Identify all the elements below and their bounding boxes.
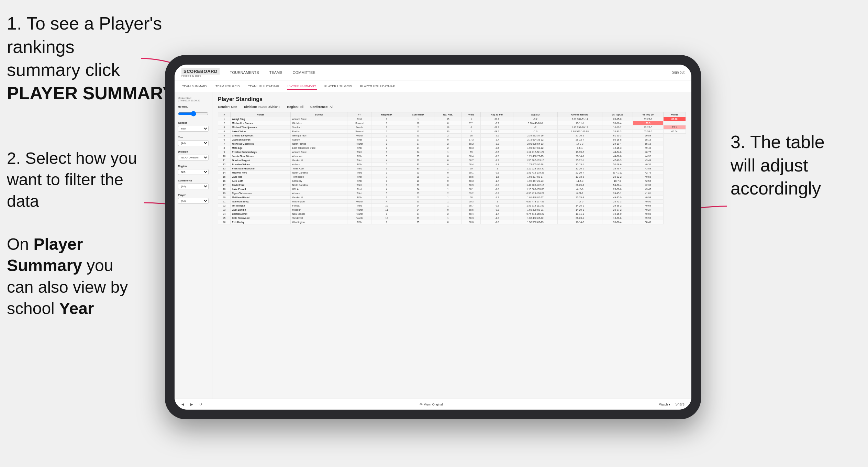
table-row: 3Michael ThorbjornsenStanfordFourth22180…: [218, 125, 686, 130]
instruction-step1: 1. To see a Player's rankings summary cl…: [7, 12, 186, 105]
table-row: 20Matthew RiedelVanderbiltFifth651168-1.…: [218, 196, 686, 200]
filter-gender: Gender: Men: [218, 105, 237, 109]
col-yr: Yr: [347, 112, 371, 117]
table-row: 24Bastien AmatNew MexicoFourth127268.4-1…: [218, 212, 686, 216]
sub-nav-team-summary[interactable]: TEAM SUMMARY: [181, 83, 208, 89]
instruction-text-2: summary click: [7, 60, 120, 80]
standings-table: # Player School Yr Reg Rank Conf Rank No…: [218, 112, 686, 224]
logo-sub: Powered by dipp'd: [181, 75, 220, 77]
col-points: Points: [663, 112, 686, 117]
table-area: Player Standings Gender: Men Division: N…: [212, 92, 691, 399]
table-row: 17David FordNorth CarolinaThird369068.9-…: [218, 183, 686, 187]
table-row: 21Taehoon SongWashingtonFourth423169.3-1…: [218, 200, 686, 204]
tablet-device: SCOREBOARD Powered by dipp'd TOURNAMENTS…: [165, 55, 701, 419]
col-overall: Overall Record: [558, 112, 602, 117]
watch-label: Watch: [659, 403, 668, 406]
table-row: 7Nicholas GabrelcikNorth FloridaFourth12…: [218, 142, 686, 146]
year-select[interactable]: (All): [178, 140, 209, 146]
table-header-row: # Player School Yr Reg Rank Conf Rank No…: [218, 112, 686, 117]
main-nav: TOURNAMENTS TEAMS COMMITTEE: [230, 69, 672, 76]
table-row: 26Petr HrubyWashingtonFifth725068.6-1.81…: [218, 220, 686, 224]
no-rds-filter: No Rds.: [178, 105, 209, 117]
col-no-rds: No. Rds.: [434, 112, 462, 117]
table-row: 25Cole SherwoodVanderbiltFourth1223168.3…: [218, 216, 686, 220]
year-filter: Year (All): [178, 136, 209, 146]
table-row: 23Jack LundinMissouriFourth1124068.6-0.3…: [218, 208, 686, 212]
instruction-text-1: 1. To see a Player's rankings: [7, 13, 162, 57]
conference-filter: Conference (All): [178, 179, 209, 189]
sub-nav-player-h2h-heatmap[interactable]: PLAYER H2H HEATMAP: [359, 83, 396, 89]
view-label: View: Original: [424, 403, 443, 406]
table-title: Player Standings: [218, 96, 686, 102]
table-row: 14Maxwell FordNorth CarolinaThird323069.…: [218, 171, 686, 175]
toolbar-share[interactable]: Share: [674, 402, 686, 407]
main-content: Update time: 27/03/2024 16:56:26 No Rds.…: [175, 92, 691, 399]
app-navigation: SCOREBOARD Powered by dipp'd TOURNAMENTS…: [175, 65, 691, 80]
app-logo: SCOREBOARD Powered by dipp'd: [181, 68, 220, 77]
sub-nav-team-h2h-heatmap[interactable]: TEAM H2H HEATMAP: [247, 83, 280, 89]
col-reg-rank: Reg Rank: [371, 112, 402, 117]
table-row: 15Jake HallTennesseeFifth728168.5-1.51.6…: [218, 175, 686, 179]
conference-select[interactable]: (All): [178, 184, 209, 189]
toolbar-forward[interactable]: ▶: [189, 402, 194, 407]
instruction-text-3: 2. Select how you want to filter the dat…: [7, 149, 137, 210]
table-row: 19Tiger ChristensenArizonaThird523269.2-…: [218, 191, 686, 196]
toolbar-watch[interactable]: Watch ▾: [659, 403, 670, 406]
watch-chevron: ▾: [669, 403, 670, 406]
filter-region: Region: All: [287, 105, 304, 109]
nav-tournaments[interactable]: TOURNAMENTS: [230, 69, 259, 76]
col-adj: Adj. to Par: [481, 112, 513, 117]
toolbar-view: 👁 View: Original: [420, 403, 443, 406]
view-icon: 👁: [420, 403, 423, 406]
col-player: Player: [231, 112, 291, 117]
col-top50: Vs Top 50: [633, 112, 663, 117]
division-filter: Division NCAA Division I: [178, 150, 209, 160]
filter-division: Division: NCAA Division I: [244, 105, 280, 109]
instruction-step3: 3. The table will adjust accordingly: [731, 131, 854, 200]
table-row: 11Gordon SargentVanderbiltThird421068.7-…: [218, 158, 686, 163]
toolbar-back[interactable]: ◀: [180, 402, 186, 407]
table-row: 1Wenyi DingArizona StateFirst1115167.1-3…: [218, 117, 686, 121]
table-row: 16Alex GoffKentuckyFifth819068.3-1.71.92…: [218, 179, 686, 183]
nav-right: Sign out: [672, 70, 685, 74]
update-time: Update time: 27/03/2024 16:56:26: [178, 97, 209, 102]
no-rds-slider[interactable]: [178, 111, 209, 116]
table-row: 13Phachara KhonchanTexas A&MThird630169-…: [218, 167, 686, 171]
sub-nav-player-h2h-grid[interactable]: PLAYER H2H GRID: [324, 83, 353, 89]
toolbar-refresh[interactable]: ↺: [198, 402, 203, 407]
instruction-on: On: [7, 235, 33, 253]
logo-text: SCOREBOARD: [181, 68, 220, 75]
col-school: School: [291, 112, 347, 117]
sub-nav-player-summary[interactable]: PLAYER SUMMARY: [287, 83, 317, 90]
table-row: 5Christo LamprechtGeorgia TechFourth2212…: [218, 134, 686, 138]
table-row: 9Preston SummerhaysArizona StateThird324…: [218, 150, 686, 154]
sub-nav-team-h2h-grid[interactable]: TEAM H2H GRID: [215, 83, 241, 89]
gender-select[interactable]: Men: [178, 126, 209, 132]
col-wins: Wins: [462, 112, 481, 117]
instruction-step2: 2. Select how you want to filter the dat…: [7, 148, 137, 212]
col-conf-rank: Conf Rank: [402, 112, 434, 117]
nav-committee[interactable]: COMMITTEE: [293, 69, 315, 76]
filter-conference: Conference: All: [310, 105, 333, 109]
sub-navigation: TEAM SUMMARY TEAM H2H GRID TEAM H2H HEAT…: [175, 80, 691, 92]
table-row: 10Jacob Skov OlesenArkansasFifth325068.4…: [218, 154, 686, 158]
instruction-text-6: 3. The table will adjust accordingly: [731, 132, 825, 198]
nav-teams[interactable]: TEAMS: [269, 69, 282, 76]
table-row: 2Michael Le SassezOle MissSecond118067.1…: [218, 121, 686, 125]
table-row: 6Jackson KoivunAuburnFirst127067.3-2.72.…: [218, 138, 686, 142]
instruction-year-bold: Year: [59, 299, 94, 318]
tablet-screen: SCOREBOARD Powered by dipp'd TOURNAMENTS…: [175, 65, 691, 410]
col-rank: #: [218, 112, 231, 117]
instruction-bottom: On Player Summary you can also view by s…: [7, 234, 137, 320]
sidebar-filters: Update time: 27/03/2024 16:56:26 No Rds.…: [175, 92, 212, 399]
col-top25: Vs Top 25: [602, 112, 633, 117]
bottom-toolbar: ◀ ▶ ↺ 👁 View: Original Watch ▾ Share: [175, 399, 691, 410]
table-row: 8Mats EgeEast Tennessee StateFifth124268…: [218, 146, 686, 150]
gender-filter: Gender Men: [178, 121, 209, 132]
sign-out-link[interactable]: Sign out: [672, 70, 685, 74]
player-select[interactable]: (All): [178, 198, 209, 204]
col-avg-sg: Avg SG: [513, 112, 557, 117]
instruction-bold-1: PLAYER SUMMARY: [7, 83, 174, 103]
division-select[interactable]: NCAA Division I: [178, 155, 209, 160]
region-select[interactable]: N/A: [178, 169, 209, 175]
